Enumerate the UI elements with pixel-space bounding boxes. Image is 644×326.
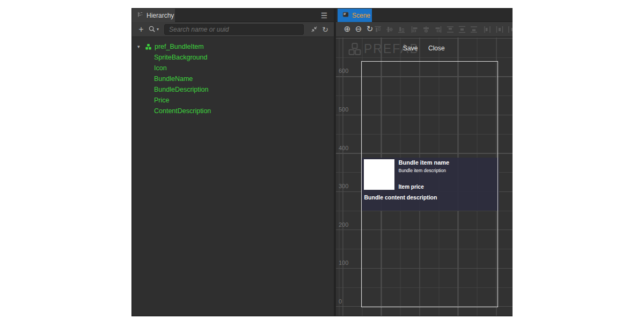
distribute-h-center-icon[interactable]	[495, 25, 504, 34]
tree-item-label: pref_BundleItem	[155, 43, 204, 50]
ruler-label-400: 400	[339, 145, 348, 151]
expand-arrow-icon[interactable]: ▾	[137, 44, 145, 49]
scene-toolbar: ⊕⊖↻	[336, 22, 513, 37]
tree-item-label: Icon	[154, 64, 167, 72]
distribute-v-center-icon[interactable]	[458, 25, 466, 34]
save-button[interactable]: Save	[403, 45, 418, 52]
hierarchy-panel: Hierarchy ☰ + ▾ ↻ ▾ pref_BundleIt	[132, 9, 334, 316]
ruler-label-500: 500	[339, 106, 348, 113]
search-input[interactable]	[164, 24, 304, 35]
hierarchy-tabbar: Hierarchy ☰	[132, 9, 334, 22]
bundle-price-label: Item price	[399, 184, 424, 190]
tab-hierarchy[interactable]: Hierarchy	[132, 9, 175, 22]
align-left-icon[interactable]	[411, 25, 419, 34]
bundle-name-label: Bundle item name	[399, 159, 450, 166]
distribute-right-icon[interactable]	[507, 25, 513, 34]
tree-item-label: ContentDescription	[154, 107, 211, 115]
zoom-in-icon[interactable]: ⊕	[342, 24, 352, 34]
prefab-logo-icon	[348, 42, 362, 56]
editor-window: Hierarchy ☰ + ▾ ↻ ▾ pref_BundleIt	[131, 8, 513, 316]
hierarchy-tree-children: SpriteBackgroundIconBundleNameBundleDesc…	[132, 52, 334, 116]
distribute-bottom-icon[interactable]	[470, 25, 478, 34]
hierarchy-tree-icon	[137, 11, 144, 20]
panel-menu-icon[interactable]: ☰	[320, 11, 328, 20]
distribute-left-icon[interactable]	[483, 25, 492, 34]
distribute-top-icon[interactable]	[446, 25, 455, 34]
tree-item-label: BundleName	[154, 75, 193, 83]
add-node-button[interactable]: +	[136, 25, 146, 34]
bundle-item-preview[interactable]: Bundle item name Bundle item description…	[362, 158, 499, 211]
tree-item-bundlename[interactable]: BundleName	[132, 73, 334, 84]
bundle-icon-placeholder	[364, 159, 394, 190]
tab-scene[interactable]: Scene	[338, 9, 372, 22]
search-icon	[148, 25, 156, 33]
close-button[interactable]: Close	[428, 45, 445, 52]
tree-item-label: Price	[154, 97, 169, 104]
bundle-content-description-label: Bundle content description	[364, 194, 437, 201]
align-top-icon[interactable]	[374, 25, 382, 34]
tree-item-spritebackground[interactable]: SpriteBackground	[132, 52, 334, 63]
prefab-cube-icon	[145, 43, 153, 50]
tree-item-icon[interactable]: Icon	[132, 63, 334, 73]
hierarchy-tree: ▾ pref_BundleItem SpriteBackgroundIconBu…	[132, 38, 334, 316]
bundle-description-label: Bundle item description	[399, 168, 446, 173]
tree-item-price[interactable]: Price	[132, 95, 334, 106]
scene-panel: Scene ⊕⊖↻ 6005004003002001000 PREFAB Sav…	[336, 9, 513, 316]
hierarchy-toolbar: + ▾ ↻	[132, 22, 334, 37]
tree-item-label: SpriteBackground	[154, 54, 207, 61]
align-v-center-icon[interactable]	[385, 25, 394, 34]
scene-tab-icon	[342, 11, 349, 20]
collapse-all-icon[interactable]	[310, 25, 319, 34]
ruler-label-200: 200	[339, 221, 348, 228]
scene-canvas[interactable]: 6005004003002001000 PREFAB Save Close Bu…	[336, 38, 513, 316]
tree-item-contentdescription[interactable]: ContentDescription	[132, 106, 334, 116]
align-right-icon[interactable]	[434, 25, 442, 34]
ruler-label-300: 300	[339, 183, 348, 189]
scene-tab-label: Scene	[352, 12, 370, 19]
ruler-label-100: 100	[339, 260, 348, 266]
search-filter-button[interactable]: ▾	[148, 25, 162, 33]
refresh-icon[interactable]: ↻	[321, 25, 330, 34]
ruler-label-600: 600	[339, 68, 348, 74]
scene-tabbar: Scene	[336, 9, 513, 22]
align-bottom-icon[interactable]	[397, 25, 406, 34]
tree-item-label: BundleDescription	[154, 86, 208, 93]
ruler-label-0: 0	[339, 298, 342, 305]
chevron-down-icon: ▾	[157, 27, 159, 32]
prefab-edit-bar: PREFAB Save Close	[336, 41, 513, 57]
align-h-center-icon[interactable]	[422, 25, 430, 34]
tree-item-bundledescription[interactable]: BundleDescription	[132, 84, 334, 95]
tree-item-root[interactable]: ▾ pref_BundleItem	[132, 41, 334, 52]
zoom-out-icon[interactable]: ⊖	[354, 24, 363, 34]
hierarchy-tab-label: Hierarchy	[147, 12, 174, 19]
